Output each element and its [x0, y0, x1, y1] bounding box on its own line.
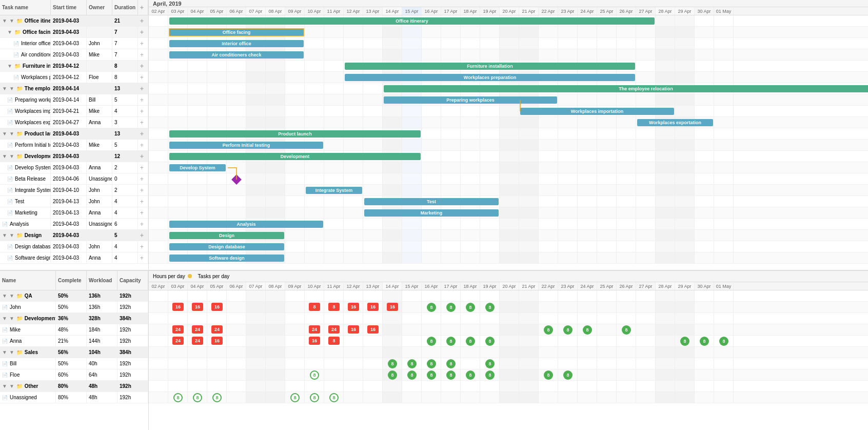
member-name: 📄 Unassigned [0, 392, 56, 403]
task-add[interactable]: + [138, 49, 148, 60]
table-row: ▼ ▼ 📁 Development 2019-04-03 12 + [0, 151, 148, 162]
task-add[interactable]: + [138, 162, 148, 173]
gantt-col [441, 185, 461, 196]
gantt-col [636, 196, 656, 207]
task-add[interactable]: + [138, 151, 148, 162]
task-name: ▼ 📁 Furniture installation [0, 61, 51, 71]
task-add[interactable]: + [138, 207, 148, 218]
expand-icon2[interactable]: ▼ [9, 349, 14, 355]
gantt-col [168, 61, 188, 71]
table-row: 📄 Develop System 2019-04-03 Anna 2 + [0, 162, 148, 173]
task-add[interactable]: + [138, 72, 148, 83]
res-date-cell: 22 Apr [539, 282, 558, 290]
task-add[interactable]: + [138, 173, 148, 184]
gantt-col [207, 61, 227, 71]
gantt-col [578, 196, 597, 207]
task-add[interactable]: + [138, 196, 148, 207]
task-name: ▼ ▼ 📁 Design [0, 230, 51, 241]
gantt-col [285, 207, 305, 218]
expand-icon[interactable]: ▼ [2, 232, 7, 238]
gantt-col [363, 151, 383, 162]
date-cell: 21 Apr [519, 7, 539, 15]
gantt-col [227, 128, 246, 139]
task-add[interactable]: + [138, 219, 148, 229]
gantt-col [441, 117, 461, 128]
gantt-col [285, 241, 305, 252]
task-add[interactable]: + [138, 117, 148, 128]
task-add[interactable]: + [138, 230, 148, 241]
expand-icon[interactable]: ▼ [2, 383, 7, 389]
gantt-col [168, 207, 188, 218]
task-add[interactable]: + [138, 185, 148, 196]
task-add[interactable]: + [138, 252, 148, 263]
task-add[interactable]: + [138, 241, 148, 252]
res-date-cell: 19 Apr [480, 282, 500, 290]
res-date-cell: 28 Apr [656, 282, 675, 290]
expand-icon[interactable]: ▼ [2, 316, 7, 321]
gantt-col [305, 219, 324, 229]
gantt-col [246, 94, 266, 105]
gantt-col [636, 151, 656, 162]
member-capacity: 192h [117, 369, 148, 380]
gantt-col [714, 162, 734, 173]
gantt-col [441, 15, 461, 26]
expand-icon[interactable]: ▼ [2, 131, 7, 136]
task-add[interactable]: + [138, 27, 148, 37]
expand-icon2[interactable]: ▼ [9, 18, 14, 24]
gantt-col [539, 72, 558, 83]
expand-icon[interactable]: ▼ [2, 86, 7, 91]
expand-icon[interactable]: ▼ [2, 18, 7, 24]
gantt-col [402, 117, 422, 128]
expand-icon2[interactable]: ▼ [9, 131, 14, 136]
gantt-col [578, 83, 597, 94]
gantt-row [149, 207, 868, 219]
col-duration: Duration [112, 0, 138, 15]
gantt-col [246, 128, 266, 139]
table-row: ▼ ▼ 📁 The employee relocat 2019-04-14 13… [0, 83, 148, 94]
task-add[interactable]: + [138, 15, 148, 26]
expand-icon[interactable]: ▼ [2, 349, 7, 355]
expand-icon[interactable]: ▼ [7, 29, 12, 35]
group-name: ▼ ▼ 📁 Sales [0, 347, 56, 358]
gantt-col [246, 207, 266, 218]
task-duration: 13 [112, 83, 138, 94]
gantt-col [285, 117, 305, 128]
expand-icon2[interactable]: ▼ [9, 383, 14, 389]
expand-icon2[interactable]: ▼ [9, 86, 14, 91]
task-start: 2019-04-03 [51, 230, 87, 241]
expand-icon[interactable]: ▼ [7, 63, 12, 69]
col-add[interactable]: + [138, 0, 148, 15]
resource-chart-row [149, 358, 868, 369]
task-add[interactable]: + [138, 106, 148, 116]
gantt-col [461, 15, 480, 26]
gantt-col [227, 49, 246, 60]
gantt-col [363, 185, 383, 196]
group-workload: 104h [87, 347, 117, 358]
task-add[interactable]: + [138, 128, 148, 139]
task-add[interactable]: + [138, 140, 148, 150]
gantt-col [363, 49, 383, 60]
task-add[interactable]: + [138, 94, 148, 105]
task-owner: Bill [87, 94, 112, 105]
task-add[interactable]: + [138, 61, 148, 71]
gantt-col [675, 83, 695, 94]
gantt-col [149, 173, 168, 184]
task-add[interactable]: + [138, 38, 148, 49]
expand-icon2[interactable]: ▼ [9, 232, 14, 238]
expand-icon[interactable]: ▼ [2, 153, 7, 159]
expand-icon2[interactable]: ▼ [9, 153, 14, 159]
gantt-col [636, 15, 656, 26]
gantt-col [227, 151, 246, 162]
gantt-col [207, 241, 227, 252]
expand-icon[interactable]: ▼ [2, 293, 7, 299]
gantt-col [636, 117, 656, 128]
expand-icon2[interactable]: ▼ [9, 293, 14, 299]
gantt-col [461, 252, 480, 263]
gantt-col [656, 140, 675, 150]
gantt-col [461, 207, 480, 218]
gantt-col [558, 61, 578, 71]
group-workload: 48h [87, 381, 117, 392]
expand-icon2[interactable]: ▼ [9, 316, 14, 321]
task-add[interactable]: + [138, 83, 148, 94]
task-owner [87, 230, 112, 241]
